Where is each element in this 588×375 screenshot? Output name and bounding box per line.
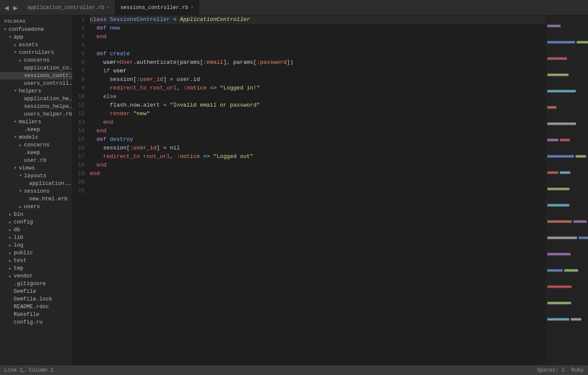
- code-line: session[:user_id] = user.id: [90, 75, 545, 84]
- tree-item-tmp[interactable]: ▶ tmp: [0, 265, 72, 272]
- tree-label: tmp: [14, 265, 24, 271]
- tree-item-bin[interactable]: ▶ bin: [0, 211, 72, 218]
- expand-arrow: ▼: [17, 189, 24, 193]
- tree-item-models-keep[interactable]: .keep: [0, 149, 72, 157]
- tree-label: db: [14, 227, 20, 233]
- top-bar: ◀ ▶ application_controller.rb ✕ sessions…: [0, 0, 588, 15]
- tree-label: concerns: [24, 142, 50, 148]
- tree-item-concerns[interactable]: ▶ concerns: [0, 57, 72, 64]
- code-content[interactable]: class SessionsController < ApplicationCo…: [88, 15, 545, 365]
- tree-item-readme[interactable]: README.rdoc: [0, 303, 72, 311]
- tab-application-controller[interactable]: application_controller.rb ✕: [22, 0, 115, 15]
- tree-item-public[interactable]: ▶ public: [0, 249, 72, 257]
- tree-item-mailers[interactable]: ▼ mailers: [0, 118, 72, 126]
- expand-arrow: ▼: [17, 174, 24, 178]
- tree-item-layouts[interactable]: ▼ layouts: [0, 172, 72, 180]
- tree-label: helpers: [19, 88, 41, 94]
- expand-arrow: ▼: [12, 166, 19, 170]
- tree-item-models-concerns[interactable]: ▶ concerns: [0, 141, 72, 149]
- spaces-indicator[interactable]: Spaces: 2: [537, 367, 564, 373]
- code-line: render "new": [90, 110, 545, 118]
- tree-item-app[interactable]: ▼ app: [0, 33, 72, 41]
- tab-sessions-controller[interactable]: sessions_controller.rb ✕: [115, 0, 199, 15]
- tree-label: Gemfile.lock: [14, 296, 52, 302]
- tree-label: application_controller: [24, 65, 72, 71]
- tree-item-lib[interactable]: ▶ lib: [0, 234, 72, 241]
- tree-item-sessions-controller-rb[interactable]: sessions_controller: [0, 72, 72, 80]
- tree-label: Gemfile: [14, 289, 36, 295]
- expand-arrow: ▶: [7, 274, 14, 279]
- tree-label: .gitignore: [14, 281, 46, 287]
- expand-arrow: ▶: [7, 251, 14, 256]
- expand-arrow: ▶: [7, 235, 14, 240]
- tree-item-rakefile[interactable]: Rakefile: [0, 311, 72, 318]
- expand-arrow: ▶: [17, 143, 24, 148]
- tree-label: sessions_helper.rb: [24, 104, 72, 110]
- tree-label: public: [14, 250, 33, 256]
- tree-label: views: [19, 165, 35, 171]
- tree-item-application-html[interactable]: application.html.: [0, 180, 72, 188]
- code-line: else: [90, 92, 545, 101]
- expand-arrow: ▶: [7, 243, 14, 248]
- tree-item-log[interactable]: ▶ log: [0, 241, 72, 249]
- tree-label: app: [14, 34, 24, 40]
- tree-label: bin: [14, 211, 24, 217]
- tree-label: lib: [14, 235, 24, 241]
- tree-item-models[interactable]: ▼ models: [0, 134, 72, 141]
- tree-item-config[interactable]: ▶ config: [0, 218, 72, 226]
- tree-label: layouts: [24, 173, 47, 179]
- expand-arrow: ▶: [7, 266, 14, 271]
- tree-item-mailers-keep[interactable]: .keep: [0, 126, 72, 134]
- tree-item-new-html-erb[interactable]: new.html.erb: [0, 195, 72, 203]
- tree-item-confusedone[interactable]: ▼ confusedone: [0, 26, 72, 33]
- nav-forward-button[interactable]: ▶: [12, 4, 20, 12]
- tab-sessions-controller-close[interactable]: ✕: [191, 5, 194, 10]
- expand-arrow: ▶: [7, 220, 14, 225]
- code-line: [90, 178, 545, 187]
- tab-application-controller-close[interactable]: ✕: [107, 5, 110, 10]
- tab-sessions-controller-label: sessions_controller.rb: [121, 5, 188, 11]
- tree-item-application-helper-rb[interactable]: application_helper.: [0, 95, 72, 103]
- tree-item-users-views[interactable]: ▶ users: [0, 203, 72, 211]
- tree-item-config-ru[interactable]: config.ru: [0, 318, 72, 326]
- tree-item-gitignore[interactable]: .gitignore: [0, 280, 72, 288]
- tree-item-sessions-views[interactable]: ▼ sessions: [0, 188, 72, 195]
- status-left: Line 1, Column 1: [4, 367, 53, 373]
- tree-item-gemfile[interactable]: Gemfile: [0, 288, 72, 295]
- tree-label: README.rdoc: [14, 304, 49, 310]
- tree-item-users-controller-rb[interactable]: users_controller.rb: [0, 80, 72, 87]
- language-indicator[interactable]: Ruby: [571, 367, 584, 373]
- tree-item-test[interactable]: ▶ test: [0, 257, 72, 265]
- tree-label: users: [24, 204, 40, 210]
- tree-label: application_helper.: [24, 96, 72, 102]
- tree-item-db[interactable]: ▶ db: [0, 226, 72, 234]
- tree-label: users_helper.rb: [24, 111, 72, 117]
- expand-arrow: ▶: [12, 43, 19, 48]
- tree-item-views[interactable]: ▼ views: [0, 164, 72, 172]
- nav-back-button[interactable]: ◀: [3, 4, 11, 12]
- tree-item-application-controller-rb[interactable]: application_controller: [0, 64, 72, 72]
- tree-label: Rakefile: [14, 312, 39, 318]
- code-line: class SessionsController < ApplicationCo…: [90, 15, 545, 24]
- tree-label: config.ru: [14, 319, 43, 325]
- tree-item-helpers[interactable]: ▼ helpers: [0, 87, 72, 95]
- tree-item-gemfile-lock[interactable]: Gemfile.lock: [0, 295, 72, 303]
- tree-label: vendor: [14, 273, 33, 279]
- expand-arrow: ▼: [12, 89, 19, 93]
- tree-label: application.html.: [29, 181, 72, 187]
- tree-item-sessions-helper-rb[interactable]: sessions_helper.rb: [0, 103, 72, 110]
- tree-item-user-rb[interactable]: user.rb: [0, 157, 72, 164]
- expand-arrow: ▼: [12, 51, 19, 55]
- tree-label: controllers: [19, 50, 54, 56]
- expand-arrow: ▼: [2, 27, 9, 32]
- tree-item-users-helper-rb[interactable]: users_helper.rb: [0, 110, 72, 118]
- tree-label: log: [14, 242, 24, 248]
- code-line: def destroy: [90, 135, 545, 144]
- tree-label: users_controller.rb: [24, 80, 72, 86]
- tree-item-controllers[interactable]: ▼ controllers: [0, 49, 72, 57]
- code-line: end: [90, 33, 545, 41]
- tree-item-assets[interactable]: ▶ assets: [0, 41, 72, 49]
- status-right: Spaces: 2 Ruby: [537, 367, 584, 373]
- expand-arrow: ▶: [17, 58, 24, 63]
- tree-item-vendor[interactable]: ▶ vendor: [0, 272, 72, 280]
